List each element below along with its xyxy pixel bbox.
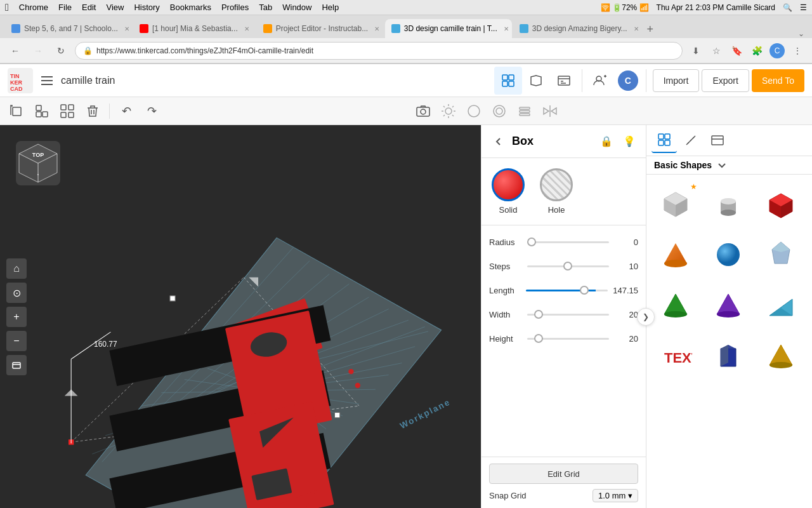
shape-wedge-teal[interactable] [757, 281, 805, 330]
svg-text:•: • [37, 171, 39, 177]
shape-pyramid-green[interactable] [652, 281, 700, 330]
back-button[interactable]: ← [6, 42, 24, 60]
control-center-icon[interactable]: ☰ [800, 3, 807, 12]
tab-2[interactable]: [1 hour] Mia & Sebastia... ✕ [133, 19, 256, 38]
solid-material-option[interactable]: Solid [492, 168, 525, 215]
svg-rect-24 [61, 112, 66, 117]
zoom-out-button[interactable]: − [6, 331, 27, 351]
tab-4[interactable]: 3D design camille train | T... ✕ [385, 19, 512, 38]
menu-bookmarks[interactable]: Bookmarks [170, 3, 211, 12]
view-3d-button[interactable] [494, 67, 522, 95]
extensions-icon[interactable]: 🧩 [749, 43, 765, 59]
tab-3[interactable]: Project Editor - Instructab... ✕ [257, 19, 384, 38]
shape-pyramid-yellow[interactable] [757, 332, 805, 380]
menu-chrome[interactable]: Chrome [19, 3, 48, 12]
camera-tool-button[interactable] [412, 100, 435, 123]
zoom-in-button[interactable]: + [6, 307, 27, 327]
orthographic-button[interactable] [6, 355, 27, 375]
apple-menu[interactable]:  [5, 2, 9, 13]
hamburger-menu-button[interactable] [33, 67, 61, 95]
forward-button[interactable]: → [29, 42, 47, 60]
menu-tab[interactable]: Tab [259, 3, 272, 12]
profile-icon[interactable]: C [769, 43, 785, 59]
export-button[interactable]: Export [702, 69, 749, 92]
tab-close-3[interactable]: ✕ [374, 25, 379, 32]
app-title: camille train [61, 75, 115, 86]
shape-crystal[interactable] [757, 231, 805, 279]
shape-rounded-cube[interactable]: ★ [652, 180, 700, 228]
expand-panel-button[interactable]: ❯ [637, 308, 655, 326]
tab-close-5[interactable]: ✕ [634, 25, 639, 32]
ruler-tool-button[interactable] [488, 100, 511, 123]
shape-pyramid-purple[interactable] [704, 281, 752, 330]
user-add-button[interactable] [586, 67, 614, 95]
length-slider[interactable] [526, 290, 608, 291]
tab-1[interactable]: Step 5, 6, and 7 | Schoolo... ✕ [5, 19, 132, 38]
shapes-category-dropdown[interactable]: Basic Shapes [646, 156, 812, 175]
nav-cube[interactable]: TOP • [13, 138, 63, 189]
menu-history[interactable]: History [134, 3, 159, 12]
props-collapse-button[interactable] [489, 133, 507, 150]
import-button[interactable]: Import [653, 69, 700, 92]
tab-close-4[interactable]: ✕ [504, 25, 509, 32]
undo-button[interactable]: ↶ [115, 100, 138, 123]
svg-line-36 [452, 115, 454, 116]
mirror-tool-button[interactable] [539, 100, 561, 123]
reload-button[interactable]: ↻ [52, 42, 70, 60]
shape-prism-blue[interactable] [704, 332, 752, 380]
fit-view-button[interactable]: ⊙ [6, 283, 27, 303]
user-profile-button[interactable]: C [614, 67, 642, 95]
props-light-button[interactable]: 💡 [620, 133, 638, 150]
steps-slider[interactable] [527, 265, 609, 267]
shape-cylinder[interactable] [704, 180, 752, 228]
home-view-button[interactable]: ⌂ [6, 258, 27, 279]
menu-help[interactable]: Help [322, 3, 339, 12]
bookmark-add-icon[interactable]: ☆ [708, 43, 724, 59]
menu-edit[interactable]: Edit [82, 3, 96, 12]
redo-button[interactable]: ↷ [140, 100, 163, 123]
shapes-tab-grid[interactable] [652, 128, 677, 153]
duplicate-button[interactable] [5, 100, 28, 123]
view-code-button[interactable] [550, 67, 578, 95]
light-toggle-button[interactable] [437, 100, 460, 123]
delete-button[interactable] [81, 100, 104, 123]
menu-file[interactable]: File [58, 3, 72, 12]
tab-5[interactable]: 3D design Amazing Bigery... ✕ [513, 19, 640, 38]
svg-line-35 [443, 106, 445, 107]
bookmark-icon[interactable]: 🔖 [728, 43, 745, 59]
svg-rect-68 [170, 296, 175, 301]
sendto-button[interactable]: Send To [752, 69, 804, 92]
shape-sphere-blue[interactable] [704, 231, 752, 279]
edit-grid-button[interactable]: Edit Grid [489, 464, 638, 484]
shape-tool-button[interactable] [462, 100, 485, 123]
hole-material-option[interactable]: Hole [540, 168, 573, 215]
shapes-tab-ruler[interactable] [678, 128, 704, 153]
shapes-tab-list[interactable] [705, 128, 730, 153]
align-tool-button[interactable] [513, 100, 536, 123]
address-bar[interactable]: 🔒 https://www.tinkercad.com/things/eZJth… [75, 42, 683, 60]
snap-grid-value[interactable]: 1.0 mm ▾ [593, 489, 638, 502]
tab-close-1[interactable]: ✕ [124, 25, 129, 32]
height-slider[interactable] [527, 338, 609, 340]
download-icon[interactable]: ⬇ [688, 43, 704, 59]
shape-box-red[interactable] [757, 180, 805, 228]
tab-close-2[interactable]: ✕ [244, 25, 249, 32]
props-lock-button[interactable]: 🔒 [598, 133, 615, 150]
new-tab-button[interactable]: + [641, 20, 659, 38]
props-params: Radius 0 Steps 10 Length 147.15 [481, 225, 646, 355]
shape-text-red[interactable]: TEXT [652, 332, 700, 380]
radius-slider[interactable] [527, 241, 609, 243]
menu-view[interactable]: View [106, 3, 124, 12]
view-gallery-button[interactable] [522, 67, 550, 95]
search-icon[interactable]: 🔍 [783, 3, 792, 12]
menu-window[interactable]: Window [282, 3, 311, 12]
width-slider[interactable] [527, 314, 609, 316]
menu-profiles[interactable]: Profiles [221, 3, 249, 12]
ungroup-button[interactable] [56, 100, 79, 123]
group-button[interactable] [30, 100, 53, 123]
shape-cone-orange[interactable] [652, 231, 700, 279]
star-badge: ★ [690, 182, 697, 191]
tab-search-icon[interactable]: ⌄ [798, 29, 804, 38]
more-menu-icon[interactable]: ⋮ [789, 43, 806, 59]
viewport[interactable]: Workplane 160.77 150.30 TOP [0, 125, 481, 508]
